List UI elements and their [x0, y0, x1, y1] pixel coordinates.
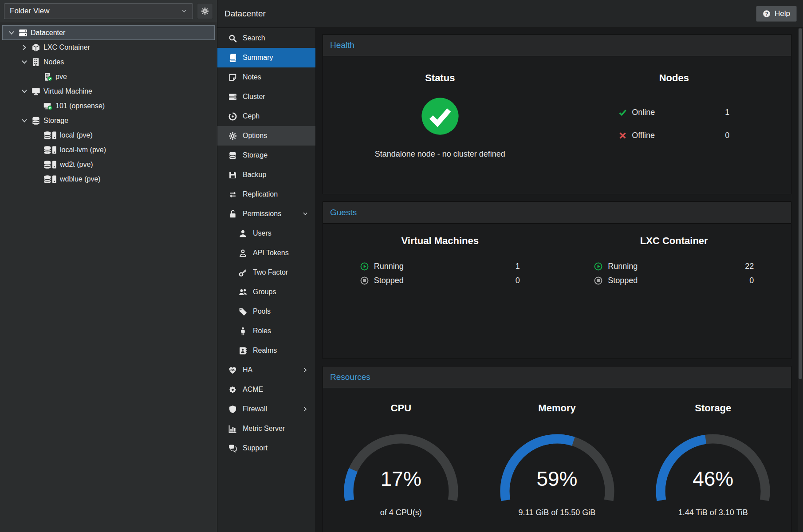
memory-gauge-arc: [491, 424, 624, 503]
tree-item-wd2t-pve[interactable]: wd2t (pve): [2, 157, 215, 172]
tree-item-label: local (pve): [60, 131, 93, 139]
chevron-right-icon: [302, 367, 308, 373]
nodes-status-column: Nodes Online 1 Offline 0: [557, 72, 791, 194]
acme-icon: [228, 386, 237, 394]
collapse-caret-icon[interactable]: [8, 29, 16, 37]
menu-item-search[interactable]: Search: [217, 28, 315, 48]
tree-item-nodes[interactable]: Nodes: [2, 55, 215, 69]
menu-item-firewall[interactable]: Firewall: [217, 399, 315, 419]
menu-item-groups[interactable]: Groups: [217, 282, 315, 302]
vm-running-count: 1: [516, 262, 520, 271]
tree-item-label: LXC Container: [43, 43, 90, 51]
menu-item-label: Firewall: [243, 405, 267, 413]
offline-label: Offline: [632, 131, 655, 140]
container-icon: [31, 43, 40, 52]
datacenter-icon: [19, 28, 28, 37]
view-mode-select[interactable]: Folder View: [4, 3, 193, 19]
nodes-table: Online 1 Offline 0: [618, 101, 729, 147]
expand-caret-icon[interactable]: [20, 43, 28, 51]
vm-stopped-label: Stopped: [374, 276, 404, 285]
collapse-caret-icon[interactable]: [20, 58, 28, 66]
menu-item-label: Realms: [253, 347, 277, 355]
menu-item-cluster[interactable]: Cluster: [217, 87, 315, 106]
tree-item-local-lvm-pve[interactable]: local-lvm (pve): [2, 142, 215, 157]
tree-item-101-opnsense[interactable]: 101 (opnsense): [2, 99, 215, 113]
collapse-caret-icon[interactable]: [20, 117, 28, 125]
two-factor-icon: [239, 268, 247, 277]
tree-item-pve[interactable]: pve: [2, 69, 215, 84]
scrollbar-thumb[interactable]: [799, 28, 802, 379]
menu-item-realms[interactable]: Realms: [217, 341, 315, 360]
chevron-down-icon: [302, 211, 308, 217]
cpu-gauge: CPU 17% of 4 CPU(s): [323, 402, 479, 532]
resource-tree-panel: Folder View DatacenterLXC ContainerNodes…: [0, 0, 217, 532]
menu-item-label: Storage: [243, 151, 268, 159]
resources-panel-title: Resources: [323, 366, 791, 388]
nodes-online-row: Online 1: [618, 101, 729, 124]
status-message: Standalone node - no cluster defined: [375, 150, 505, 159]
play-circle-icon: [594, 262, 602, 271]
roles-icon: [239, 327, 247, 335]
storage-gauge-subtitle: 1.44 TiB of 3.10 TiB: [678, 508, 748, 517]
lxc-running-count: 22: [745, 262, 754, 271]
tree-settings-button[interactable]: [197, 3, 213, 19]
menu-item-ha[interactable]: HA: [217, 360, 315, 380]
play-circle-icon: [360, 262, 369, 271]
ceph-icon: [228, 112, 237, 121]
collapse-caret-icon[interactable]: [20, 87, 28, 95]
menu-item-ceph[interactable]: Ceph: [217, 106, 315, 126]
lxc-running-label: Running: [608, 262, 638, 271]
menu-item-roles[interactable]: Roles: [217, 321, 315, 341]
tree-indent: [33, 176, 40, 182]
help-button[interactable]: ? Help: [756, 6, 797, 22]
vm-stopped-count: 0: [516, 276, 520, 285]
vertical-scrollbar[interactable]: [798, 28, 803, 532]
tree-item-wdblue-pve[interactable]: wdblue (pve): [2, 172, 215, 186]
menu-item-two-factor[interactable]: Two Factor: [217, 263, 315, 282]
lxc-container-column: LXC Container Running 22 Stopped: [557, 235, 791, 359]
storage-disk-icon: [43, 131, 57, 140]
health-panel: Health Status Standalone node - no clust…: [323, 34, 791, 194]
tree-item-local-pve[interactable]: local (pve): [2, 128, 215, 142]
proxmox-ui: Folder View DatacenterLXC ContainerNodes…: [0, 0, 803, 532]
online-count: 1: [725, 108, 729, 117]
menu-item-label: Options: [243, 132, 267, 140]
menu-item-users[interactable]: Users: [217, 224, 315, 243]
help-icon: ?: [763, 10, 771, 18]
tree-item-lxc-container[interactable]: LXC Container: [2, 40, 215, 55]
support-icon: [228, 444, 237, 453]
menu-item-storage[interactable]: Storage: [217, 146, 315, 165]
tree-item-virtual-machine[interactable]: Virtual Machine: [2, 84, 215, 99]
virtual-machines-heading: Virtual Machines: [402, 235, 479, 247]
view-mode-value: Folder View: [10, 7, 49, 16]
menu-item-options[interactable]: Options: [217, 126, 315, 146]
menu-item-label: Ceph: [243, 112, 260, 120]
menu-item-acme[interactable]: ACME: [217, 380, 315, 399]
menu-item-label: Notes: [243, 73, 261, 81]
menu-item-label: Groups: [253, 288, 276, 296]
tree-item-storage[interactable]: Storage: [2, 113, 215, 128]
tree-toolbar: Folder View: [0, 0, 217, 22]
menu-item-label: API Tokens: [253, 249, 289, 257]
firewall-icon: [228, 405, 237, 414]
cluster-icon: [228, 93, 237, 101]
check-icon: [618, 108, 627, 117]
search-icon: [228, 34, 237, 43]
menu-item-replication[interactable]: Replication: [217, 185, 315, 204]
menu-item-label: HA: [243, 366, 252, 374]
menu-item-api-tokens[interactable]: API Tokens: [217, 243, 315, 263]
menu-item-summary[interactable]: Summary: [217, 48, 315, 67]
tree-item-label: Virtual Machine: [43, 87, 92, 95]
menu-item-notes[interactable]: Notes: [217, 67, 315, 87]
tree-indent: [33, 74, 40, 80]
menu-item-backup[interactable]: Backup: [217, 165, 315, 185]
tree-item-datacenter[interactable]: Datacenter: [2, 25, 215, 40]
realms-icon: [239, 347, 247, 355]
tree-item-label: local-lvm (pve): [60, 146, 106, 154]
menu-item-metric-server[interactable]: Metric Server: [217, 419, 315, 438]
offline-count: 0: [725, 131, 729, 140]
menu-item-support[interactable]: Support: [217, 438, 315, 458]
storage-gauge-title: Storage: [695, 402, 731, 414]
menu-item-permissions[interactable]: Permissions: [217, 204, 315, 224]
menu-item-pools[interactable]: Pools: [217, 302, 315, 321]
